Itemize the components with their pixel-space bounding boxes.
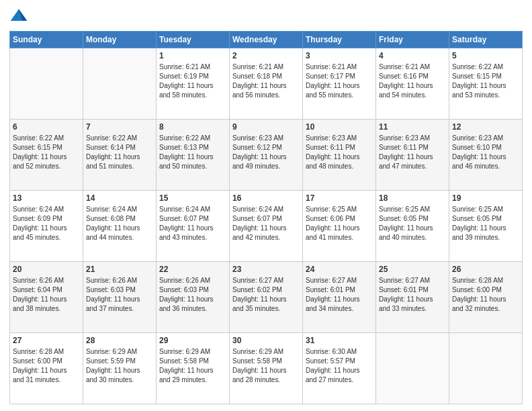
day-number: 29 <box>159 335 226 347</box>
day-number: 18 <box>379 193 446 204</box>
day-info: Daylight: 11 hours and 40 minutes. <box>379 224 446 242</box>
day-number: 21 <box>86 264 153 275</box>
day-info: Daylight: 11 hours and 37 minutes. <box>86 295 153 314</box>
day-info: Sunset: 6:17 PM <box>306 72 373 81</box>
calendar-cell: 28Sunrise: 6:29 AMSunset: 5:59 PMDayligh… <box>83 333 157 404</box>
day-number: 15 <box>159 193 226 204</box>
day-info: Daylight: 11 hours and 45 minutes. <box>13 224 80 242</box>
day-info: Daylight: 11 hours and 42 minutes. <box>232 224 300 242</box>
day-info: Sunset: 6:07 PM <box>159 214 226 224</box>
day-info: Sunset: 6:14 PM <box>86 143 153 152</box>
day-number: 23 <box>232 264 300 275</box>
day-info: Sunrise: 6:26 AM <box>13 276 80 285</box>
day-info: Daylight: 11 hours and 33 minutes. <box>379 295 446 314</box>
day-info: Sunset: 6:00 PM <box>13 357 80 366</box>
day-header-monday: Monday <box>83 32 157 48</box>
day-number: 8 <box>159 122 226 133</box>
day-info: Sunrise: 6:25 AM <box>306 205 373 214</box>
day-info: Sunset: 6:04 PM <box>13 285 80 295</box>
calendar-cell: 1Sunrise: 6:21 AMSunset: 6:19 PMDaylight… <box>157 48 230 120</box>
day-number: 24 <box>306 264 373 275</box>
calendar-cell: 18Sunrise: 6:25 AMSunset: 6:05 PMDayligh… <box>376 191 449 262</box>
calendar-cell: 15Sunrise: 6:24 AMSunset: 6:07 PMDayligh… <box>157 191 230 262</box>
day-info: Sunset: 5:58 PM <box>232 357 300 366</box>
day-info: Sunset: 5:58 PM <box>159 357 226 366</box>
day-info: Sunset: 6:11 PM <box>306 143 373 152</box>
calendar-cell: 21Sunrise: 6:26 AMSunset: 6:03 PMDayligh… <box>83 262 157 333</box>
calendar-cell: 11Sunrise: 6:23 AMSunset: 6:11 PMDayligh… <box>376 120 449 191</box>
calendar-cell: 29Sunrise: 6:29 AMSunset: 5:58 PMDayligh… <box>157 333 230 404</box>
logo-icon <box>9 7 28 26</box>
calendar-cell: 13Sunrise: 6:24 AMSunset: 6:09 PMDayligh… <box>10 191 83 262</box>
day-info: Sunrise: 6:24 AM <box>13 205 80 214</box>
day-info: Daylight: 11 hours and 47 minutes. <box>379 152 446 171</box>
day-info: Daylight: 11 hours and 36 minutes. <box>159 295 226 314</box>
day-info: Sunrise: 6:25 AM <box>379 205 446 214</box>
calendar-cell <box>376 333 449 404</box>
calendar-cell: 7Sunrise: 6:22 AMSunset: 6:14 PMDaylight… <box>83 120 157 191</box>
day-number: 31 <box>306 335 373 347</box>
calendar-header-row: SundayMondayTuesdayWednesdayThursdayFrid… <box>10 32 523 48</box>
day-info: Sunrise: 6:30 AM <box>306 347 373 357</box>
calendar-cell: 5Sunrise: 6:22 AMSunset: 6:15 PMDaylight… <box>449 48 523 120</box>
calendar-week-row: 27Sunrise: 6:28 AMSunset: 6:00 PMDayligh… <box>10 333 523 404</box>
day-info: Sunset: 6:01 PM <box>379 285 446 295</box>
day-info: Sunrise: 6:23 AM <box>232 134 300 143</box>
day-info: Sunset: 6:19 PM <box>159 72 226 81</box>
day-info: Daylight: 11 hours and 32 minutes. <box>452 295 519 314</box>
day-info: Daylight: 11 hours and 35 minutes. <box>232 295 300 314</box>
day-info: Sunrise: 6:26 AM <box>86 276 153 285</box>
day-number: 17 <box>306 193 373 204</box>
day-info: Daylight: 11 hours and 58 minutes. <box>159 81 226 100</box>
day-info: Sunset: 6:05 PM <box>452 214 519 224</box>
day-info: Sunset: 6:18 PM <box>232 72 300 81</box>
day-number: 11 <box>379 122 446 133</box>
day-info: Sunrise: 6:24 AM <box>159 205 226 214</box>
day-info: Sunrise: 6:22 AM <box>159 134 226 143</box>
day-header-sunday: Sunday <box>10 32 83 48</box>
calendar-cell <box>83 48 157 120</box>
day-number: 22 <box>159 264 226 275</box>
day-info: Sunset: 6:10 PM <box>452 143 519 152</box>
day-info: Sunset: 6:08 PM <box>86 214 153 224</box>
day-info: Sunrise: 6:29 AM <box>159 347 226 357</box>
day-info: Sunset: 5:59 PM <box>86 357 153 366</box>
day-info: Daylight: 11 hours and 43 minutes. <box>159 224 226 242</box>
day-info: Sunrise: 6:22 AM <box>86 134 153 143</box>
day-info: Daylight: 11 hours and 39 minutes. <box>452 224 519 242</box>
calendar-cell: 27Sunrise: 6:28 AMSunset: 6:00 PMDayligh… <box>10 333 83 404</box>
calendar-cell: 30Sunrise: 6:29 AMSunset: 5:58 PMDayligh… <box>230 333 303 404</box>
day-info: Sunset: 6:06 PM <box>306 214 373 224</box>
day-header-saturday: Saturday <box>449 32 523 48</box>
day-number: 10 <box>306 122 373 133</box>
day-info: Daylight: 11 hours and 54 minutes. <box>379 81 446 100</box>
calendar-cell: 26Sunrise: 6:28 AMSunset: 6:00 PMDayligh… <box>449 262 523 333</box>
calendar-week-row: 20Sunrise: 6:26 AMSunset: 6:04 PMDayligh… <box>10 262 523 333</box>
day-info: Daylight: 11 hours and 46 minutes. <box>452 152 519 171</box>
day-info: Daylight: 11 hours and 38 minutes. <box>13 295 80 314</box>
day-number: 4 <box>379 50 446 62</box>
day-info: Sunrise: 6:21 AM <box>306 62 373 72</box>
day-number: 20 <box>13 264 80 275</box>
day-info: Sunset: 6:01 PM <box>306 285 373 295</box>
day-number: 19 <box>452 193 519 204</box>
calendar-cell: 6Sunrise: 6:22 AMSunset: 6:15 PMDaylight… <box>10 120 83 191</box>
day-info: Sunrise: 6:27 AM <box>232 276 300 285</box>
day-info: Sunrise: 6:29 AM <box>232 347 300 357</box>
day-info: Daylight: 11 hours and 34 minutes. <box>306 295 373 314</box>
day-info: Sunrise: 6:24 AM <box>232 205 300 214</box>
day-number: 28 <box>86 335 153 347</box>
calendar-cell: 22Sunrise: 6:26 AMSunset: 6:03 PMDayligh… <box>157 262 230 333</box>
day-info: Sunset: 6:05 PM <box>379 214 446 224</box>
day-info: Daylight: 11 hours and 41 minutes. <box>306 224 373 242</box>
day-info: Sunset: 6:16 PM <box>379 72 446 81</box>
header <box>9 7 523 26</box>
calendar-cell: 3Sunrise: 6:21 AMSunset: 6:17 PMDaylight… <box>303 48 376 120</box>
calendar-table: SundayMondayTuesdayWednesdayThursdayFrid… <box>9 31 523 404</box>
day-info: Daylight: 11 hours and 49 minutes. <box>232 152 300 171</box>
calendar-cell: 12Sunrise: 6:23 AMSunset: 6:10 PMDayligh… <box>449 120 523 191</box>
calendar-week-row: 13Sunrise: 6:24 AMSunset: 6:09 PMDayligh… <box>10 191 523 262</box>
day-info: Sunrise: 6:22 AM <box>13 134 80 143</box>
day-info: Sunrise: 6:23 AM <box>306 134 373 143</box>
day-info: Sunrise: 6:21 AM <box>379 62 446 72</box>
